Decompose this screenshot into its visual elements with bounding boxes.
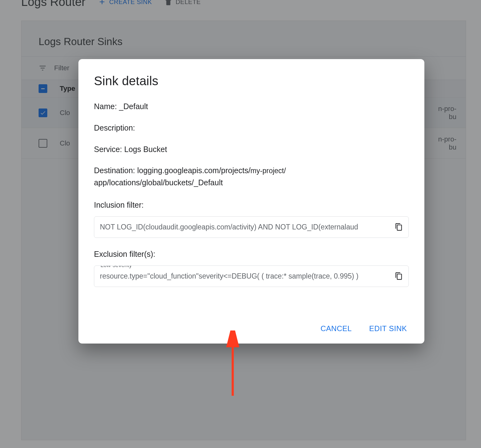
name-value: _Default [119,102,148,111]
exclusion-filter-box: Low-severity resource.type="cloud_functi… [94,266,409,287]
copy-inclusion-button[interactable] [394,222,404,232]
dialog-actions: CANCEL EDIT SINK [94,324,409,333]
copy-icon [395,223,403,231]
copy-icon [395,272,403,280]
inclusion-filter-value: NOT LOG_ID(cloudaudit.googleapis.com/act… [100,223,358,231]
destination-value-part2: app/locations/global/buckets/_Default [94,178,223,187]
field-name: Name: _Default [94,100,409,113]
field-destination: Destination: logging.googleapis.com/proj… [94,164,409,189]
sink-details-dialog: Sink details Name: _Default Description:… [78,59,424,344]
name-label: Name: [94,102,117,111]
inclusion-filter-box: NOT LOG_ID(cloudaudit.googleapis.com/act… [94,216,409,238]
exclusion-filter-legend: Low-severity [99,266,134,269]
edit-sink-button[interactable]: EDIT SINK [369,324,407,333]
field-description: Description: [94,122,409,134]
copy-exclusion-button[interactable] [394,271,404,281]
service-label: Service: [94,145,122,154]
destination-value-part1: logging.googleapis.com/projects/ [137,166,250,175]
exclusion-filter-value: resource.type="cloud_function"severity<=… [100,272,358,280]
description-label: Description: [94,123,135,132]
destination-label: Destination: [94,166,135,175]
service-value: Logs Bucket [124,145,167,154]
inclusion-filter-label: Inclusion filter: [94,201,409,210]
destination-value-project: my-project/ [250,167,286,175]
exclusion-filter-label: Exclusion filter(s): [94,250,409,259]
dialog-title: Sink details [94,74,409,88]
cancel-button[interactable]: CANCEL [320,324,352,333]
field-service: Service: Logs Bucket [94,143,409,155]
